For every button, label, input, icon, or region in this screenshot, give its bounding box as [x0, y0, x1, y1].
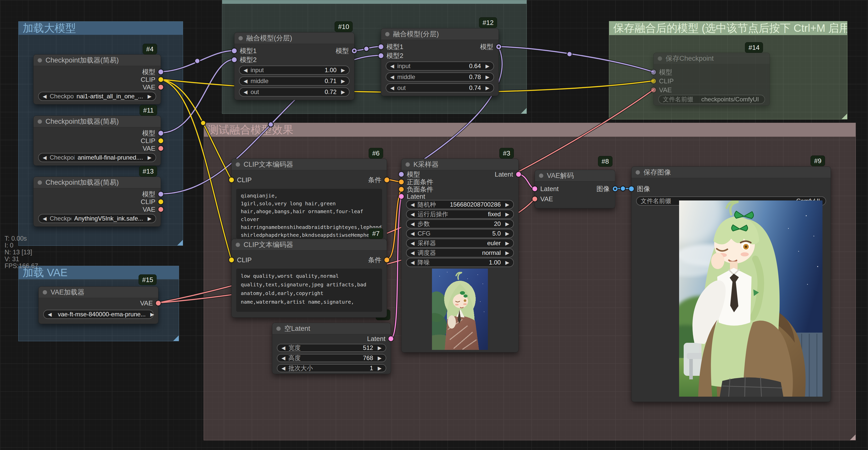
next-value-arrow-icon[interactable] — [341, 90, 345, 95]
output-slot-latent[interactable]: Latent — [495, 170, 521, 179]
prev-value-arrow-icon[interactable] — [244, 78, 247, 84]
widget-seed[interactable]: 随机种 156680208700286 — [406, 200, 514, 209]
node-vae-loader[interactable]: VAE加载器 VAE vae名称 vae-ft-mse-840000-ema-p… — [38, 286, 158, 324]
next-value-arrow-icon[interactable] — [341, 78, 345, 84]
next-value-arrow-icon[interactable] — [341, 68, 345, 73]
node-checkpoint-loader-4[interactable]: Checkpoint加载器(简易) 模型 CLIP VAE Checkpoint… — [33, 54, 161, 104]
input-slot-model1[interactable]: 模型1 — [232, 46, 256, 55]
prev-value-arrow-icon[interactable] — [411, 240, 414, 246]
output-slot-vae[interactable]: VAE — [143, 83, 163, 91]
widget-height[interactable]: 高度 768 — [277, 354, 386, 362]
node-collapse-dot-icon[interactable] — [38, 181, 42, 185]
output-slot-model[interactable]: 模型 — [142, 68, 163, 76]
group-resize-handle[interactable] — [850, 435, 856, 440]
node-vae-decode[interactable]: VAE解码 Latent VAE 图像 — [535, 170, 615, 208]
next-value-arrow-icon[interactable] — [148, 216, 152, 221]
node-clip-text-encode-negative[interactable]: CLIP文本编码器 CLIP 条件 low quality,worst qual… — [231, 239, 387, 318]
group-merge-titlebar[interactable] — [222, 0, 527, 4]
node-titlebar[interactable]: 融合模型(分层) — [381, 28, 499, 40]
input-slot-image[interactable]: 图像 — [629, 185, 650, 193]
widget-steps[interactable]: 步数 20 — [406, 219, 514, 228]
input-slot-latent[interactable]: Latent — [532, 185, 559, 193]
output-slot-model[interactable]: 模型 — [142, 190, 163, 199]
widget-out[interactable]: out 0.72 — [239, 88, 349, 97]
widget-cfg[interactable]: CFG 5.0 — [406, 229, 514, 238]
checkpoint-name-widget[interactable]: Checkpoint名称 animefull-final-pruned.... — [38, 153, 156, 162]
group-save-merged-titlebar[interactable]: 保存融合后的模型 (选中该节点后按下 Ctrl+M 启用节点) — [609, 21, 847, 35]
prev-value-arrow-icon[interactable] — [411, 221, 414, 226]
widget-sampler[interactable]: 采样器 euler — [406, 238, 514, 248]
group-resize-handle[interactable] — [177, 240, 183, 246]
node-titlebar[interactable]: CLIP文本编码器 — [231, 239, 387, 251]
input-slot-model[interactable]: 模型 — [651, 68, 672, 77]
node-titlebar[interactable]: Checkpoint加载器(简易) — [34, 116, 161, 127]
node-collapse-dot-icon[interactable] — [385, 32, 390, 36]
prev-value-arrow-icon[interactable] — [411, 212, 414, 217]
widget-denoise[interactable]: 降噪 1.00 — [406, 258, 514, 267]
input-slot-clip[interactable]: CLIP — [229, 256, 252, 264]
widget-input[interactable]: input 1.00 — [239, 66, 349, 75]
checkpoint-name-widget[interactable]: Checkpoint名称 nai1-artist_all_in_one_... — [38, 92, 156, 101]
prev-value-arrow-icon[interactable] — [43, 94, 46, 99]
output-slot-conditioning[interactable]: 条件 — [368, 256, 389, 264]
next-value-arrow-icon[interactable] — [378, 355, 382, 360]
output-slot-vae[interactable]: VAE — [140, 299, 161, 307]
group-resize-handle[interactable] — [173, 335, 179, 341]
widget-out[interactable]: out 0.74 — [386, 83, 494, 93]
node-empty-latent[interactable]: 空Latent Latent 宽度 512 高度 768 批次大小 1 — [272, 323, 391, 374]
input-slot-clip[interactable]: CLIP — [229, 176, 252, 184]
node-ksampler[interactable]: K采样器 模型 正面条件 负面条件 Latent Latent 随机种 1566… — [401, 159, 519, 352]
input-slot-clip[interactable]: CLIP — [651, 77, 674, 85]
prev-value-arrow-icon[interactable] — [390, 85, 394, 91]
node-merge-model-12[interactable]: 融合模型(分层) 模型1 模型2 模型 input 0.64 middle 0.… — [381, 28, 499, 96]
prev-value-arrow-icon[interactable] — [48, 312, 52, 317]
node-collapse-dot-icon[interactable] — [236, 162, 240, 167]
next-value-arrow-icon[interactable] — [505, 212, 509, 217]
node-titlebar[interactable]: 空Latent — [272, 323, 391, 334]
output-slot-clip[interactable]: CLIP — [141, 137, 163, 145]
input-slot-model2[interactable]: 模型2 — [232, 55, 256, 64]
next-value-arrow-icon[interactable] — [378, 366, 382, 371]
node-checkpoint-loader-11[interactable]: Checkpoint加载器(简易) 模型 CLIP VAE Checkpoint… — [33, 116, 161, 166]
node-graph-canvas[interactable]: 加载大模型 加载 VAE 保存融合后的模型 (选中该节点后按下 Ctrl+M 启… — [0, 0, 868, 450]
node-save-checkpoint-14[interactable]: 保存Checkpoint 模型 CLIP VAE 文件名前缀 checkpoin… — [653, 53, 770, 106]
node-titlebar[interactable]: Checkpoint加载器(简易) — [34, 55, 161, 66]
input-slot-vae[interactable]: VAE — [532, 195, 553, 203]
prev-value-arrow-icon[interactable] — [390, 74, 394, 79]
prev-value-arrow-icon[interactable] — [281, 355, 285, 360]
node-collapse-dot-icon[interactable] — [405, 162, 410, 167]
node-collapse-dot-icon[interactable] — [636, 170, 640, 174]
output-slot-model[interactable]: 模型 — [142, 129, 163, 138]
prev-value-arrow-icon[interactable] — [411, 250, 414, 255]
output-slot-conditioning[interactable]: 条件 — [368, 175, 389, 185]
vae-name-widget[interactable]: vae名称 vae-ft-mse-840000-ema-prune... — [43, 310, 154, 319]
widget-control-after-generate[interactable]: 运行后操作 fixed — [406, 210, 514, 219]
node-titlebar[interactable]: VAE加载器 — [39, 287, 158, 298]
output-slot-vae[interactable]: VAE — [143, 205, 163, 214]
node-titlebar[interactable]: VAE解码 — [535, 170, 615, 182]
output-slot-model[interactable]: 模型 — [480, 42, 501, 51]
output-slot-model[interactable]: 模型 — [336, 46, 357, 55]
output-slot-latent[interactable]: Latent — [367, 335, 393, 343]
next-value-arrow-icon[interactable] — [486, 85, 489, 91]
filename-prefix-widget[interactable]: 文件名前缀 checkpoints/ComfyUI — [658, 95, 765, 104]
prev-value-arrow-icon[interactable] — [244, 68, 247, 73]
group-load-models-titlebar[interactable]: 加载大模型 — [19, 22, 183, 35]
next-value-arrow-icon[interactable] — [505, 202, 509, 207]
prev-value-arrow-icon[interactable] — [411, 231, 414, 236]
group-resize-handle[interactable] — [521, 108, 527, 114]
next-value-arrow-icon[interactable] — [150, 312, 154, 317]
input-slot-model1[interactable]: 模型1 — [379, 42, 403, 51]
prev-value-arrow-icon[interactable] — [281, 366, 285, 371]
node-titlebar[interactable]: 保存图像 — [631, 167, 831, 178]
node-merge-model-10[interactable]: 融合模型(分层) 模型1 模型2 模型 input 1.00 middle 0.… — [234, 32, 354, 100]
group-resize-handle[interactable] — [842, 114, 847, 119]
group-test-titlebar[interactable]: 测试融合模型效果 — [204, 123, 856, 137]
prompt-textarea[interactable]: qianqianjie, 1girl,solo,very long hair,g… — [236, 189, 382, 238]
node-collapse-dot-icon[interactable] — [38, 58, 42, 63]
input-slot-vae[interactable]: VAE — [651, 86, 672, 94]
node-titlebar[interactable]: Checkpoint加载器(简易) — [34, 177, 161, 188]
widget-middle[interactable]: middle 0.78 — [386, 72, 494, 82]
widget-input[interactable]: input 0.64 — [386, 62, 494, 71]
node-titlebar[interactable]: 融合模型(分层) — [235, 33, 354, 44]
